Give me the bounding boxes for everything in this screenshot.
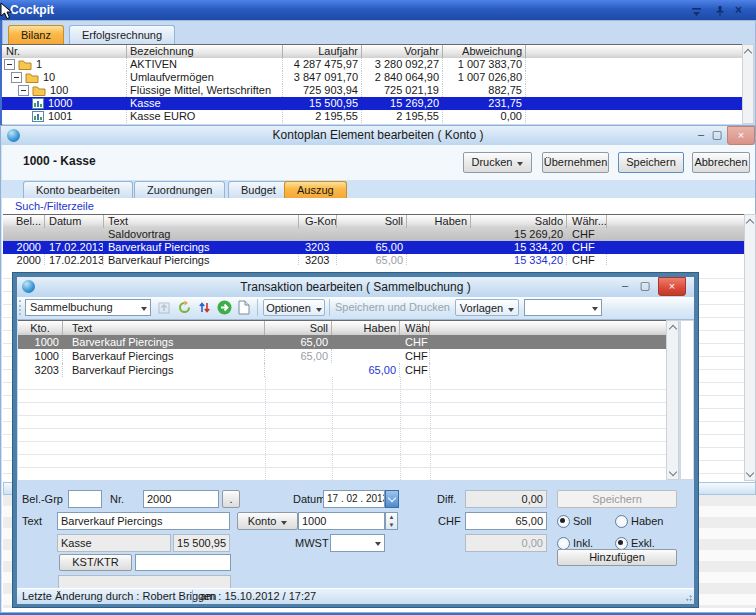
booking-row-selected[interactable]: 2000 17.02.2013 Barverkauf Piercings 320… (3, 241, 744, 254)
konto-spinner[interactable]: ▲▼ (385, 512, 398, 530)
execute-icon[interactable] (217, 300, 232, 317)
kst-input[interactable] (135, 554, 231, 571)
col-vorjahr[interactable]: Vorjahr (362, 45, 443, 58)
main-window-title: Cockpit (10, 0, 54, 20)
buchungszeilen-scrollbar[interactable] (666, 320, 679, 480)
table-row[interactable]: 1 AKTIVEN 4 287 475,97 3 280 092,27 1 00… (2, 58, 742, 71)
nr-label: Nr. (110, 490, 124, 508)
buchung-row-selected[interactable]: 1000 Barverkauf Piercings 65,00 CHF (18, 335, 666, 349)
refresh-icon[interactable] (177, 300, 192, 317)
buchungstyp-combobox[interactable]: Sammelbuchung (25, 299, 151, 316)
bilanz-table: Nr. Bezeichnung Laufjahr Vorjahr Abweich… (2, 44, 742, 124)
mwst-label: MWST (295, 534, 329, 552)
scroll-up-icon[interactable] (743, 47, 753, 59)
col-laufjahr[interactable]: Laufjahr (283, 45, 362, 58)
buchungszeilen-header: Kto. Text Soll Haben Währ. (18, 320, 666, 336)
datum-dropdown-button[interactable] (385, 490, 399, 508)
soll-radio[interactable] (557, 515, 570, 528)
betrag-input[interactable]: 65,00 (465, 512, 547, 530)
table-row-selected[interactable]: 1000 Kasse 15 500,95 15 269,20 231,75 (2, 97, 742, 110)
hinzufuegen-button[interactable]: Hinzufügen (557, 549, 677, 566)
col-haben[interactable]: Haben (407, 215, 471, 228)
table-row[interactable]: 100 Flüssige Mittel, Wertschriften 725 9… (2, 84, 742, 97)
mwst-combobox[interactable] (330, 534, 385, 552)
table-row[interactable]: 10 Umlaufvermögen 3 847 091,70 2 840 064… (2, 71, 742, 84)
close-icon[interactable]: × (735, 4, 749, 16)
minimize-icon[interactable]: – (617, 279, 633, 293)
nr-input[interactable]: 2000 (143, 490, 219, 508)
swap-soll-haben-icon[interactable] (197, 300, 212, 317)
col-text[interactable]: Text (63, 321, 265, 335)
maximize-icon[interactable]: ▢ (637, 279, 653, 293)
scroll-down-icon[interactable] (745, 467, 755, 479)
booking-row[interactable]: 2000 17.02.2013 Barverkauf Piercings 320… (3, 254, 744, 266)
uebernehmen-button[interactable]: Übernehmen (542, 152, 609, 173)
drucken-button[interactable]: Drucken (463, 152, 532, 173)
saldovortrag-row[interactable]: Saldovortrag 15 269,20 CHF (3, 228, 744, 241)
scroll-up-icon[interactable] (667, 323, 678, 335)
auszug-scrollbar[interactable] (744, 214, 756, 481)
abbrechen-button[interactable]: Abbrechen (692, 152, 750, 173)
haben-radio[interactable] (615, 515, 628, 528)
grid-line (400, 377, 401, 480)
filter-row-link[interactable]: Such-/Filterzeile (15, 200, 94, 212)
main-table-scrollbar[interactable] (742, 44, 754, 124)
buchung-row[interactable]: 1000 Barverkauf Piercings 65,00 CHF (18, 349, 666, 363)
konto-input[interactable]: 1000 (298, 512, 385, 530)
new-document-icon[interactable] (237, 300, 251, 317)
col-waehr[interactable]: Währ. (400, 321, 430, 335)
kst-ktr-button[interactable]: KST/KTR (59, 554, 132, 571)
tab-bilanz[interactable]: Bilanz (8, 25, 64, 44)
tab-auszug[interactable]: Auszug (284, 181, 347, 198)
toolbar-separator (257, 299, 258, 316)
bilanz-table-header: Nr. Bezeichnung Laufjahr Vorjahr Abweich… (2, 44, 742, 59)
chevron-down-icon (141, 307, 147, 314)
col-saldo[interactable]: Saldo (471, 215, 567, 228)
col-haben[interactable]: Haben (332, 321, 400, 335)
minimize-icon[interactable]: – (693, 128, 709, 142)
col-bezeichnung[interactable]: Bezeichnung (127, 45, 283, 58)
window-position-icon[interactable] (690, 4, 704, 16)
speichern-button[interactable]: Speichern (618, 152, 684, 173)
bel-grp-input[interactable] (68, 490, 102, 508)
col-waehr[interactable]: Währ... (567, 215, 607, 228)
col-bel[interactable]: Bel... (3, 215, 45, 228)
vorlagen-combobox[interactable] (524, 299, 602, 316)
close-icon[interactable]: × (658, 277, 686, 296)
col-datum[interactable]: Datum (45, 215, 104, 228)
expander-icon[interactable] (4, 59, 15, 70)
expander-icon[interactable] (11, 72, 22, 83)
close-icon[interactable]: × (727, 126, 755, 145)
buchung-row[interactable]: 3203 Barverkauf Piercings 65,00 CHF (18, 363, 666, 377)
col-soll[interactable]: Soll (337, 215, 407, 228)
tab-zuordnungen[interactable]: Zuordnungen (134, 181, 225, 198)
vorlagen-button[interactable]: Vorlagen (455, 299, 519, 316)
tab-konto-bearbeiten[interactable]: Konto bearbeiten (23, 181, 133, 198)
text-input[interactable]: Barverkauf Piercings (57, 512, 230, 530)
scroll-up-icon[interactable] (745, 217, 755, 229)
col-kto[interactable]: Kto. (18, 321, 63, 335)
nr-browse-button[interactable]: . (222, 490, 240, 508)
col-gkonto[interactable]: G-Konto (299, 215, 337, 228)
konto-dropdown-button[interactable]: Konto (237, 512, 298, 530)
optionen-button[interactable]: Optionen (263, 299, 325, 316)
col-text[interactable]: Text (104, 215, 299, 228)
resize-grip[interactable] (685, 594, 693, 602)
pin-icon[interactable] (714, 4, 728, 16)
tab-erfolgsrechnung[interactable]: Erfolgsrechnung (69, 25, 175, 44)
toolbar-separator (329, 299, 330, 316)
main-window-titlebar: Cockpit × (0, 0, 756, 20)
toolbar-grip[interactable] (19, 300, 24, 315)
col-soll[interactable]: Soll (265, 321, 332, 335)
datum-input[interactable]: 17 . 02 . 2013 (323, 490, 385, 508)
maximize-icon[interactable]: ▢ (709, 128, 725, 142)
status-separator (192, 590, 193, 603)
expander-icon[interactable] (18, 85, 29, 96)
col-nr[interactable]: Nr. (2, 45, 127, 58)
scroll-down-icon[interactable] (667, 466, 678, 478)
col-abweichung[interactable]: Abweichung (443, 45, 526, 58)
diff-label: Diff. (437, 490, 456, 508)
table-row[interactable]: 1001 Kasse EURO 2 195,55 2 195,55 0,00 (2, 110, 742, 123)
grid-line (265, 377, 266, 480)
tab-budget[interactable]: Budget (228, 181, 289, 198)
